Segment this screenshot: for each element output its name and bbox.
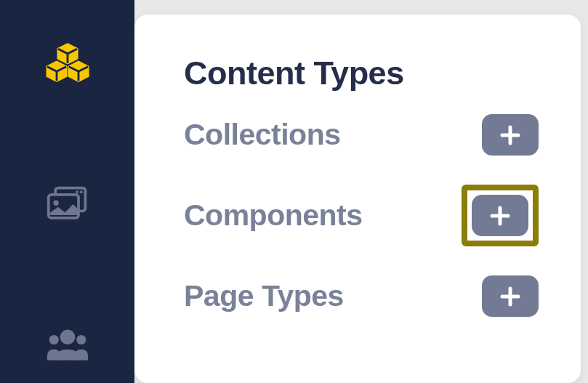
category-label: Collections	[184, 118, 340, 152]
svg-point-4	[79, 190, 82, 193]
svg-point-5	[60, 329, 75, 344]
plus-icon	[499, 286, 521, 307]
svg-point-7	[76, 335, 86, 344]
plus-icon	[499, 124, 521, 146]
categories-scroll-area[interactable]: Collections Components	[184, 114, 568, 361]
category-label: Components	[184, 198, 363, 233]
category-row-components: Components	[184, 185, 560, 246]
sidebar-item-users[interactable]	[44, 322, 91, 368]
category-row-page-types: Page Types	[184, 275, 560, 317]
svg-point-3	[76, 190, 78, 193]
svg-point-2	[53, 200, 59, 206]
highlight-frame	[462, 185, 539, 246]
images-icon	[46, 182, 89, 226]
users-icon	[46, 323, 89, 367]
panel-title: Content Types	[184, 55, 568, 92]
content-types-panel: Content Types Collections Components	[134, 15, 581, 383]
plus-icon	[489, 205, 511, 227]
svg-point-6	[49, 335, 58, 344]
sidebar-item-media[interactable]	[44, 181, 91, 227]
sidebar	[0, 0, 134, 383]
category-label: Page Types	[184, 279, 344, 313]
add-page-type-button[interactable]	[482, 275, 539, 317]
blocks-icon	[46, 41, 89, 85]
add-component-button[interactable]	[472, 195, 528, 236]
sidebar-item-content-types[interactable]	[44, 40, 91, 86]
scroll-spacer	[184, 346, 560, 361]
add-collection-button[interactable]	[482, 114, 539, 156]
category-row-collections: Collections	[184, 114, 560, 156]
